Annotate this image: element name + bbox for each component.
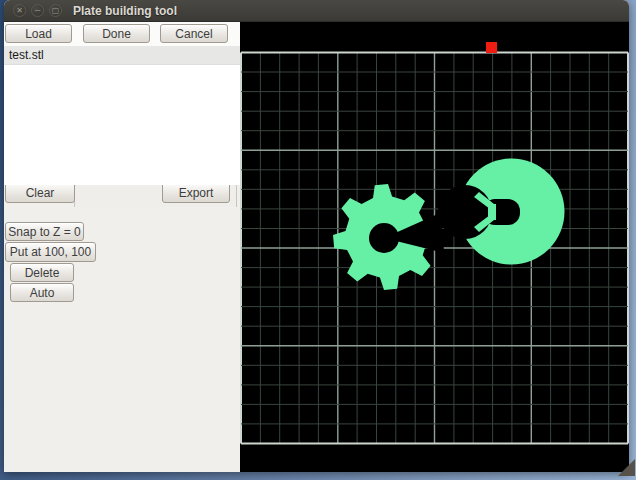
left-panel: Load Done Cancel test.stl Clear Export S… (4, 22, 240, 472)
export-button[interactable]: Export (162, 182, 230, 203)
put-at-button[interactable]: Put at 100, 100 (5, 242, 96, 262)
window-content: Load Done Cancel test.stl Clear Export S… (4, 22, 629, 472)
done-button[interactable]: Done (83, 24, 150, 43)
delete-button[interactable]: Delete (10, 263, 74, 282)
window-title: Plate building tool (73, 4, 177, 18)
desktop-background: ✕ ─ ▢ Plate building tool Load Done Canc… (0, 0, 636, 480)
app-window: ✕ ─ ▢ Plate building tool Load Done Canc… (4, 0, 629, 472)
titlebar[interactable]: ✕ ─ ▢ Plate building tool (4, 0, 629, 22)
plate-svg (240, 22, 629, 472)
minimize-icon[interactable]: ─ (31, 4, 44, 17)
cancel-button[interactable]: Cancel (160, 24, 228, 43)
auto-button[interactable]: Auto (10, 283, 74, 302)
model-gear[interactable] (333, 184, 444, 290)
resize-grip-icon[interactable] (618, 459, 635, 476)
list-item-test-stl[interactable]: test.stl (4, 46, 240, 65)
maximize-icon[interactable]: ▢ (49, 4, 62, 17)
plate-canvas[interactable] (240, 22, 629, 472)
file-list[interactable]: test.stl (4, 46, 240, 185)
clear-button[interactable]: Clear (5, 182, 75, 203)
load-button[interactable]: Load (5, 24, 72, 43)
snap-to-z-button[interactable]: Snap to Z = 0 (5, 222, 84, 241)
origin-marker (486, 42, 497, 53)
close-icon[interactable]: ✕ (13, 4, 26, 17)
panel-top: Load Done Cancel test.stl (4, 22, 240, 185)
